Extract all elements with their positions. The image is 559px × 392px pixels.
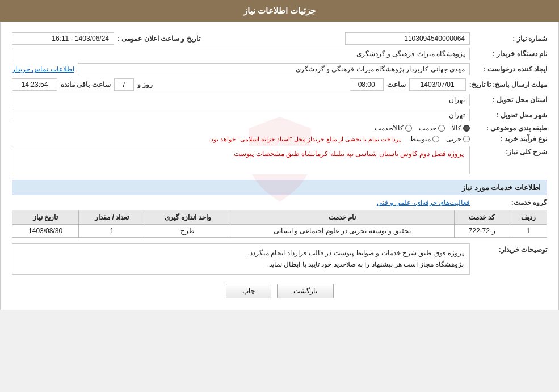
- radio-motavaset-icon: [432, 136, 439, 142]
- deadline-time-label: ساعت: [387, 81, 406, 88]
- cell-unit: طرح: [145, 225, 230, 238]
- purchase-type-label: نوع فرآیند خرید :: [473, 135, 547, 143]
- col-qty: تعداد / مقدار: [79, 210, 145, 225]
- service-group-link[interactable]: فعالیت‌های حرفه‌ای، علمی و فنی: [377, 199, 470, 206]
- cell-row: 1: [510, 225, 547, 238]
- city-label: شهر محل تحویل :: [473, 111, 547, 119]
- radio-kala-icon: [463, 125, 470, 132]
- city-value: تهران: [12, 109, 470, 121]
- deadline-days-label: روز و: [137, 81, 153, 88]
- purchase-motavaset-label: متوسط: [410, 135, 431, 143]
- category-option-kala-khedmat[interactable]: کالا/خدمت: [375, 124, 412, 132]
- category-kala-khedmat-label: کالا/خدمت: [375, 124, 404, 132]
- deadline-date: 1403/07/01: [409, 78, 466, 91]
- province-value: تهران: [12, 94, 470, 106]
- back-button[interactable]: بازگشت: [277, 284, 334, 298]
- page-title: جزئیات اطلاعات نیاز: [243, 6, 316, 15]
- buyer-org-label: نام دستگاه خریدار :: [473, 50, 547, 58]
- need-number-value: 1103094540000064: [345, 32, 470, 45]
- need-number-label: شماره نیاز :: [473, 35, 547, 43]
- purchase-type-radio-group: جزیی متوسط: [410, 135, 470, 143]
- purchase-type-motavaset[interactable]: متوسط: [410, 135, 439, 143]
- date-value: 1403/06/24 - 16:11: [12, 32, 114, 45]
- creator-contact-link[interactable]: اطلاعات تماس خریدار: [12, 65, 74, 73]
- deadline-label: مهلت ارسال پاسخ: تا تاریخ:: [469, 81, 547, 88]
- print-button[interactable]: چاپ: [226, 284, 271, 298]
- buyer-notes-line2: پژوهشگاه مجاز است هر پیشنهاد را به صلاحد…: [18, 259, 464, 270]
- col-name: نام خدمت: [230, 210, 455, 225]
- description-value: پروژه فصل دوم کاوش باستان شناسی تپه تیلی…: [12, 146, 470, 174]
- buyer-notes-line1: پروژه فوق طبق شرح خدمات و ضوابط پیوست در…: [18, 247, 464, 259]
- description-label: شرح کلی نیاز:: [473, 146, 547, 156]
- service-group-label: گروه خدمت:: [473, 199, 547, 206]
- buyer-notes-content: پروژه فوق طبق شرح خدمات و ضوابط پیوست در…: [12, 243, 470, 275]
- deadline-remaining-label: ساعت باقی مانده: [61, 81, 111, 88]
- service-table: ردیف کد خدمت نام خدمت واحد اندازه گیری ت…: [12, 210, 547, 238]
- creator-label: ایجاد کننده درخواست :: [473, 65, 547, 73]
- col-date: تاریخ نیاز: [12, 210, 79, 225]
- col-unit: واحد اندازه گیری: [145, 210, 230, 225]
- deadline-days: 7: [114, 78, 134, 91]
- action-buttons: بازگشت چاپ: [12, 284, 547, 298]
- province-label: استان محل تحویل :: [473, 96, 547, 104]
- page-header: جزئیات اطلاعات نیاز: [0, 0, 559, 22]
- purchase-type-note: پرداخت تمام یا بخشی از مبلغ خریداز محل "…: [208, 136, 401, 143]
- category-radio-group: کالا خدمت کالا/خدمت: [375, 124, 470, 132]
- category-option-khedmat[interactable]: خدمت: [419, 124, 445, 132]
- buyer-org-value: پژوهشگاه میراث فرهنگی و گردشگری: [12, 48, 470, 60]
- col-row: ردیف: [510, 210, 547, 225]
- category-kala-label: کالا: [452, 124, 461, 132]
- date-label: تاریخ و ساعت اعلان عمومی :: [117, 35, 200, 43]
- purchase-type-jozi[interactable]: جزیی: [446, 135, 470, 143]
- deadline-remaining: 14:23:54: [12, 78, 57, 91]
- radio-kala-khedmat-icon: [405, 125, 412, 132]
- radio-jozi-icon: [463, 136, 470, 142]
- category-khedmat-label: خدمت: [419, 124, 436, 132]
- cell-date: 1403/08/30: [12, 225, 79, 238]
- cell-name: تحقیق و توسعه تجربی در علوم اجتماعی و ان…: [230, 225, 455, 238]
- creator-value: مهدی جهانی کاربردار پژوهشگاه میراث فرهنگ…: [78, 63, 470, 75]
- category-label: طبقه بندی موضوعی :: [473, 124, 547, 132]
- col-code: کد خدمت: [454, 210, 510, 225]
- cell-qty: 1: [79, 225, 145, 238]
- services-section-title: اطلاعات خدمات مورد نیاز: [12, 180, 547, 195]
- buyer-notes-label: توصیحات خریدار:: [473, 243, 547, 254]
- deadline-time: 08:00: [350, 78, 384, 91]
- purchase-jozi-label: جزیی: [446, 135, 461, 143]
- table-row: 1 ر-72-722 تحقیق و توسعه تجربی در علوم ا…: [12, 225, 547, 238]
- cell-code: ر-72-722: [454, 225, 510, 238]
- radio-khedmat-icon: [438, 125, 445, 132]
- category-option-kala[interactable]: کالا: [452, 124, 470, 132]
